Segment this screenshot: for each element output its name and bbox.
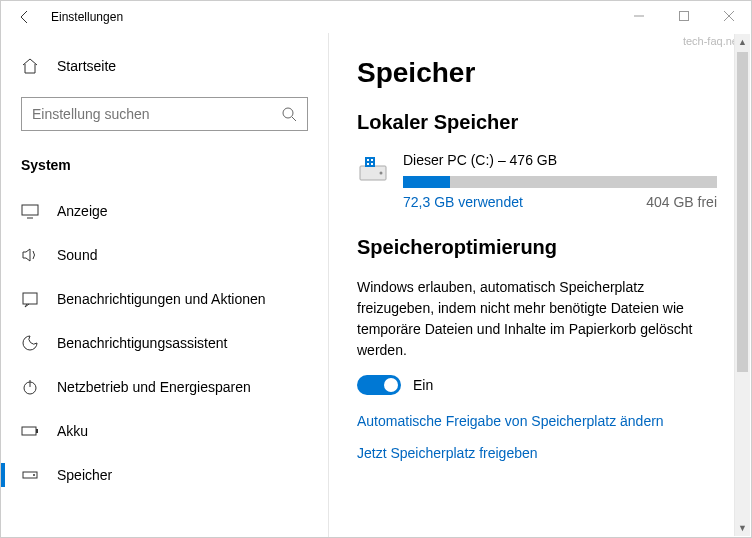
svg-rect-10 <box>36 429 38 433</box>
svg-rect-9 <box>22 427 36 435</box>
disk-usage-bar <box>403 176 717 188</box>
sidebar-item-label: Benachrichtigungsassistent <box>57 335 227 351</box>
power-icon <box>21 378 39 396</box>
sidebar-item-label: Speicher <box>57 467 112 483</box>
storage-icon <box>21 466 39 484</box>
sound-icon <box>21 246 39 264</box>
sidebar-item-power[interactable]: Netzbetrieb und Energiesparen <box>1 365 328 409</box>
window-controls <box>616 1 751 31</box>
scrollbar-up-arrow[interactable]: ▲ <box>735 34 750 50</box>
page-title: Speicher <box>357 57 717 89</box>
content-pane: Speicher Lokaler Speicher Dieser PC (C:)… <box>329 33 751 537</box>
scrollbar[interactable]: ▲ ▼ <box>734 34 750 536</box>
disk-row[interactable]: Dieser PC (C:) – 476 GB 72,3 GB verwende… <box>357 152 717 210</box>
svg-point-2 <box>283 108 293 118</box>
svg-rect-16 <box>367 159 369 161</box>
svg-rect-15 <box>365 157 375 167</box>
svg-rect-18 <box>367 163 369 165</box>
minimize-button[interactable] <box>616 1 661 31</box>
svg-rect-4 <box>22 205 38 215</box>
disk-name: Dieser PC (C:) – 476 GB <box>403 152 717 168</box>
display-icon <box>21 202 39 220</box>
svg-point-12 <box>33 474 35 476</box>
search-input[interactable] <box>32 106 281 122</box>
window-title: Einstellungen <box>51 10 123 24</box>
link-free-now[interactable]: Jetzt Speicherplatz freigeben <box>357 445 717 461</box>
home-link[interactable]: Startseite <box>1 47 328 85</box>
battery-icon <box>21 422 39 440</box>
svg-rect-19 <box>371 163 373 165</box>
sidebar-item-label: Benachrichtigungen und Aktionen <box>57 291 266 307</box>
maximize-button[interactable] <box>661 1 706 31</box>
sidebar-item-label: Sound <box>57 247 97 263</box>
sidebar-item-label: Anzeige <box>57 203 108 219</box>
notifications-icon <box>21 290 39 308</box>
svg-rect-17 <box>371 159 373 161</box>
disk-free-label: 404 GB frei <box>646 194 717 210</box>
local-storage-heading: Lokaler Speicher <box>357 111 717 134</box>
toggle-knob <box>384 378 398 392</box>
sidebar-item-label: Netzbetrieb und Energiesparen <box>57 379 251 395</box>
disk-used-label: 72,3 GB verwendet <box>403 194 523 210</box>
svg-rect-6 <box>23 293 37 304</box>
toggle-state-label: Ein <box>413 377 433 393</box>
svg-rect-1 <box>679 12 688 21</box>
search-icon <box>281 106 297 122</box>
storage-sense-heading: Speicheroptimierung <box>357 236 717 259</box>
close-button[interactable] <box>706 1 751 31</box>
sidebar-item-storage[interactable]: Speicher <box>1 453 328 497</box>
search-box[interactable] <box>21 97 308 131</box>
svg-point-14 <box>380 172 383 175</box>
scrollbar-down-arrow[interactable]: ▼ <box>735 520 750 536</box>
home-icon <box>21 57 39 75</box>
sidebar-item-sound[interactable]: Sound <box>1 233 328 277</box>
sidebar-item-battery[interactable]: Akku <box>1 409 328 453</box>
disk-usage-fill <box>403 176 450 188</box>
home-label: Startseite <box>57 58 116 74</box>
category-heading: System <box>1 149 328 189</box>
back-button[interactable] <box>11 3 39 31</box>
storage-sense-description: Windows erlauben, automatisch Speicherpl… <box>357 277 717 361</box>
sidebar: Startseite System Anzeige Sound Benachri… <box>1 33 329 537</box>
titlebar: Einstellungen <box>1 1 751 33</box>
storage-sense-toggle[interactable] <box>357 375 401 395</box>
sidebar-item-label: Akku <box>57 423 88 439</box>
sidebar-item-display[interactable]: Anzeige <box>1 189 328 233</box>
sidebar-item-focus-assist[interactable]: Benachrichtigungsassistent <box>1 321 328 365</box>
link-change-auto-free[interactable]: Automatische Freigabe von Speicherplatz … <box>357 413 717 429</box>
sidebar-item-notifications[interactable]: Benachrichtigungen und Aktionen <box>1 277 328 321</box>
focus-assist-icon <box>21 334 39 352</box>
drive-icon <box>357 152 389 184</box>
svg-line-3 <box>292 117 296 121</box>
scrollbar-thumb[interactable] <box>737 52 748 372</box>
